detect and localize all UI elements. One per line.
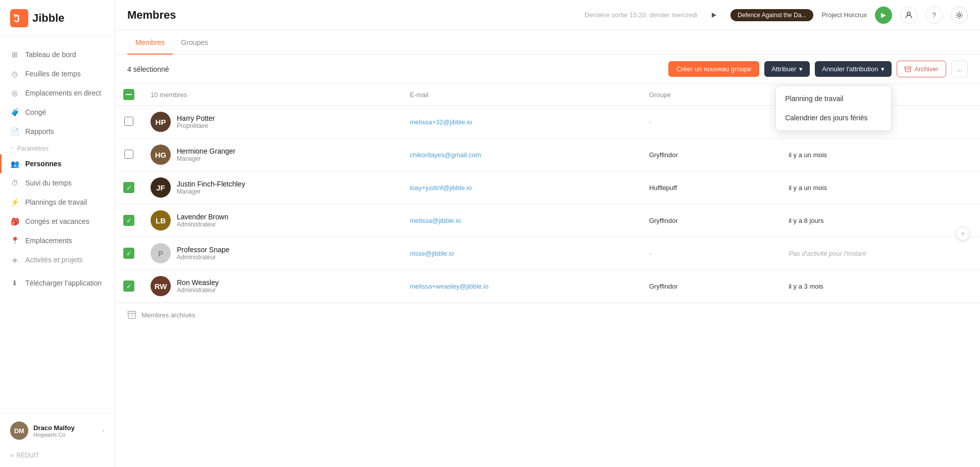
planning-icon: ⚡ (10, 198, 19, 207)
row-checkbox[interactable]: ✓ (123, 281, 134, 292)
member-group: Gryffindor (649, 217, 678, 224)
sidebar-item-conge[interactable]: 🧳 Congé (0, 103, 115, 122)
col-checkbox (115, 84, 142, 106)
sidebar-item-conges-vacances[interactable]: 🎒 Congés et vacances (0, 212, 115, 231)
grid-icon: ⊞ (10, 50, 19, 59)
play-timer-icon[interactable] (705, 7, 722, 24)
member-role: Administrateur (177, 221, 228, 228)
user-info: Draco Malfoy Hogwarts Co (33, 424, 97, 438)
member-group: Gryffindor (649, 283, 678, 290)
member-avatar: RW (151, 276, 171, 296)
chevron-right-icon: › (103, 427, 105, 434)
table-row: ✓ LB Lavender Brown Administrateur melis… (115, 204, 980, 237)
sidebar-item-feuilles[interactable]: ◷ Feuilles de temps (0, 64, 115, 83)
collapse-button[interactable]: « RÉDUIT (0, 448, 115, 467)
sidebar-item-label: Congés et vacances (25, 217, 89, 225)
row-checkbox[interactable] (124, 150, 133, 159)
sidebar-item-label: Rapports (25, 127, 54, 135)
archived-label: Membres archivés (141, 311, 195, 319)
member-cell: P Professor Snape Administrateur (151, 243, 394, 263)
svg-point-5 (958, 14, 961, 16)
unassign-wrapper: Annuler l'attribution ▾ Planning de trav… (815, 61, 892, 77)
member-role: Administrateur (177, 287, 219, 294)
row-checkbox[interactable]: ✓ (123, 182, 134, 193)
archived-icon (127, 310, 136, 319)
row-checkbox[interactable] (124, 117, 133, 126)
sidebar-item-emplacements2[interactable]: 📍 Emplacements (0, 231, 115, 250)
sidebar-item-suivi[interactable]: ⏱ Suivi du temps (0, 173, 115, 193)
member-email[interactable]: melissa+32@jibble.io (410, 118, 472, 126)
member-name: Hermione Granger (177, 147, 235, 155)
member-info: Harry Potter Propriétaire (177, 114, 215, 129)
sidebar-item-activites[interactable]: ◈ Activités et projets (0, 250, 115, 269)
member-role: Administrateur (177, 254, 229, 261)
user-icon-button[interactable] (900, 7, 917, 24)
member-cell: JF Justin Finch-Fletchley Manager (151, 177, 394, 198)
row-checkbox[interactable]: ✓ (123, 248, 134, 259)
briefcase-icon: 🧳 (10, 108, 19, 117)
sidebar-item-personnes[interactable]: 👥 Personnes (0, 154, 115, 173)
people-icon: 👥 (10, 159, 19, 168)
member-group: - (649, 118, 651, 126)
sidebar-item-label: Activités et projets (25, 256, 83, 264)
sidebar-item-plannings[interactable]: ⚡ Plannings de travail (0, 193, 115, 212)
member-name: Professor Snape (177, 246, 229, 254)
member-info: Professor Snape Administrateur (177, 246, 229, 261)
member-group: - (649, 250, 651, 257)
table-row: ✓ JF Justin Finch-Fletchley Manager loay… (115, 171, 980, 204)
chevron-up-icon: ⌃ (10, 146, 14, 152)
settings-icon-button[interactable] (951, 7, 968, 24)
page-body: Membres Groupes 4 sélectionné Créer un n… (115, 30, 980, 467)
page-header: Membres Dernière sortie 15:20, dernier m… (115, 0, 980, 30)
svg-marker-3 (712, 13, 716, 18)
archive-button[interactable]: Archiver (897, 61, 946, 77)
toolbar: 4 sélectionné Créer un nouveau groupe At… (115, 55, 980, 84)
member-group: Hufflepuff (649, 184, 677, 192)
unassign-button[interactable]: Annuler l'attribution ▾ (815, 61, 892, 77)
member-email[interactable]: melissa@jibble.io (410, 217, 461, 224)
create-group-button[interactable]: Créer un nouveau groupe (668, 61, 759, 77)
select-all-checkbox[interactable] (123, 89, 134, 100)
dropdown-item-planning[interactable]: Planning de travail (776, 89, 891, 108)
user-name: Draco Malfoy (33, 424, 97, 432)
member-role: Manager (177, 155, 235, 162)
member-avatar: HG (151, 145, 171, 165)
params-section: ⌃ Paramètres (0, 141, 115, 154)
member-name: Lavender Brown (177, 213, 228, 221)
sidebar-item-download[interactable]: ⬇ Télécharger l'application (0, 273, 115, 293)
timer-badge[interactable]: Defence Against the Da... (730, 9, 813, 21)
member-role: Manager (177, 188, 245, 195)
user-profile[interactable]: DM Draco Malfoy Hogwarts Co › (0, 413, 115, 448)
member-name: Justin Finch-Fletchley (177, 180, 245, 188)
play-button[interactable]: ▶ (875, 7, 892, 24)
table-row: ✓ P Professor Snape Administrateur nisse… (115, 237, 980, 270)
sidebar-item-label: Personnes (25, 160, 62, 168)
more-button[interactable]: ... (951, 61, 968, 77)
main-content: Membres Dernière sortie 15:20, dernier m… (115, 0, 980, 467)
assign-button[interactable]: Attribuer ▾ (764, 61, 810, 77)
member-email[interactable]: loay+justinf@jibble.io (410, 184, 472, 192)
member-role: Propriétaire (177, 122, 215, 129)
help-icon-button[interactable]: ? (925, 7, 943, 24)
sidebar-item-emplacements[interactable]: ◎ Emplacements en direct (0, 83, 115, 103)
sidebar-item-label: Emplacements en direct (25, 89, 101, 97)
member-last-activity: il y a 8 jours (789, 217, 823, 224)
dropdown-item-calendrier[interactable]: Calendrier des jours fériés (776, 108, 891, 127)
loc2-icon: 📍 (10, 236, 19, 245)
tab-membres[interactable]: Membres (127, 30, 173, 55)
member-email[interactable]: chikoritayes@gmail.com (410, 151, 481, 159)
svg-point-4 (907, 12, 910, 15)
member-email[interactable]: melissa+weasley@jibble.io (410, 283, 488, 290)
page-title: Membres (127, 9, 576, 22)
sidebar-item-tableau[interactable]: ⊞ Tableau de bord (0, 45, 115, 64)
scroll-right-button[interactable]: › (956, 226, 970, 241)
collapse-chevrons-icon: « (10, 452, 14, 459)
member-info: Justin Finch-Fletchley Manager (177, 180, 245, 195)
member-avatar: HP (151, 112, 171, 132)
archived-members-row[interactable]: Membres archivés (115, 303, 980, 326)
row-checkbox[interactable]: ✓ (123, 215, 134, 226)
clock-icon: ◷ (10, 69, 19, 78)
tab-groupes[interactable]: Groupes (173, 30, 216, 55)
sidebar-item-rapports[interactable]: 📄 Rapports (0, 122, 115, 141)
member-email[interactable]: nisse@jibble.io (410, 250, 454, 257)
